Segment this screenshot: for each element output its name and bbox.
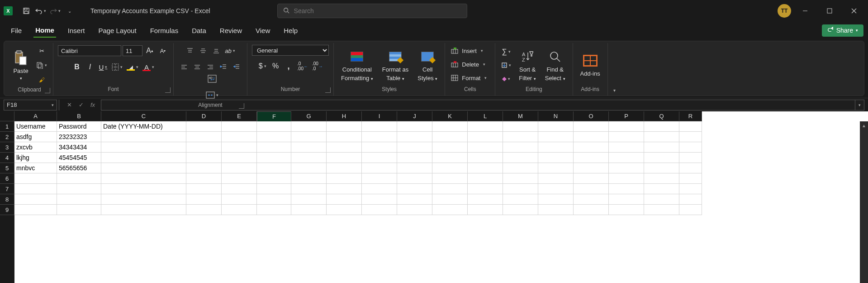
cell-G6[interactable]: [291, 173, 327, 184]
redo-button[interactable]: [49, 5, 62, 17]
cell-J5[interactable]: [397, 163, 432, 173]
cell-J6[interactable]: [397, 173, 432, 184]
cell-E9[interactable]: [222, 205, 257, 215]
cell-B8[interactable]: [57, 194, 101, 205]
cell-I5[interactable]: [362, 163, 397, 173]
minimize-button[interactable]: [795, 4, 816, 18]
fill-color-button[interactable]: ◢: [125, 61, 140, 73]
align-center-button[interactable]: [191, 61, 203, 73]
font-color-button[interactable]: A: [141, 61, 156, 73]
clear-button[interactable]: ◆: [500, 73, 512, 85]
cell-H3[interactable]: [327, 142, 362, 153]
cell-L5[interactable]: [468, 163, 503, 173]
cell-L7[interactable]: [468, 184, 503, 194]
cell-R8[interactable]: [679, 194, 702, 205]
cell-C4[interactable]: [101, 153, 186, 163]
row-header-9[interactable]: 9: [0, 205, 14, 215]
user-avatar[interactable]: TT: [778, 4, 791, 18]
cell-Q1[interactable]: [644, 121, 679, 132]
cell-L1[interactable]: [468, 121, 503, 132]
tab-home[interactable]: Home: [33, 24, 56, 38]
cell-G3[interactable]: [291, 142, 327, 153]
align-middle-button[interactable]: [197, 45, 209, 57]
cut-button[interactable]: ✂: [35, 45, 48, 57]
cell-M2[interactable]: [503, 132, 538, 142]
cell-D6[interactable]: [186, 173, 222, 184]
cell-E4[interactable]: [222, 153, 257, 163]
format-as-table-button[interactable]: Format as Table ▾: [379, 47, 412, 83]
column-header-D[interactable]: D: [186, 111, 222, 121]
cell-F3[interactable]: [257, 142, 291, 153]
cell-B7[interactable]: [57, 184, 101, 194]
bold-button[interactable]: B: [71, 61, 83, 73]
tab-data[interactable]: Data: [190, 24, 208, 37]
cell-F9[interactable]: [257, 205, 291, 215]
column-header-R[interactable]: R: [679, 111, 702, 121]
cell-L9[interactable]: [468, 205, 503, 215]
cell-K9[interactable]: [432, 205, 468, 215]
copy-button[interactable]: [35, 59, 48, 71]
cell-N9[interactable]: [538, 205, 574, 215]
cell-A4[interactable]: lkjhg: [14, 153, 57, 163]
comma-style-button[interactable]: ,: [283, 60, 294, 72]
cell-K7[interactable]: [432, 184, 468, 194]
decrease-decimal-button[interactable]: .00.0→: [311, 60, 324, 72]
search-box[interactable]: [277, 4, 467, 18]
row-header-3[interactable]: 3: [0, 142, 14, 153]
collapse-ribbon-button[interactable]: ▾: [610, 88, 620, 93]
row-header-7[interactable]: 7: [0, 184, 14, 194]
cell-D5[interactable]: [186, 163, 222, 173]
cell-D1[interactable]: [186, 121, 222, 132]
cell-E8[interactable]: [222, 194, 257, 205]
format-cells-button[interactable]: Format: [450, 72, 490, 84]
paste-button[interactable]: Paste ▾: [10, 48, 31, 82]
dialog-launcher-icon[interactable]: [45, 88, 50, 93]
cell-B3[interactable]: 34343434: [57, 142, 101, 153]
cell-L4[interactable]: [468, 153, 503, 163]
cell-N2[interactable]: [538, 132, 574, 142]
cell-A5[interactable]: mnbvc: [14, 163, 57, 173]
share-button[interactable]: Share ▾: [822, 24, 863, 37]
cell-A1[interactable]: Username: [14, 121, 57, 132]
cell-A2[interactable]: asdfg: [14, 132, 57, 142]
italic-button[interactable]: I: [84, 61, 96, 73]
cell-F4[interactable]: [257, 153, 291, 163]
cell-H9[interactable]: [327, 205, 362, 215]
column-header-C[interactable]: C: [101, 111, 186, 121]
cell-D3[interactable]: [186, 142, 222, 153]
increase-indent-button[interactable]: [231, 61, 242, 73]
cell-G1[interactable]: [291, 121, 327, 132]
row-header-4[interactable]: 4: [0, 153, 14, 163]
cell-C2[interactable]: [101, 132, 186, 142]
cell-R9[interactable]: [679, 205, 702, 215]
cell-M5[interactable]: [503, 163, 538, 173]
maximize-button[interactable]: [819, 4, 840, 18]
row-header-8[interactable]: 8: [0, 194, 14, 205]
cell-J7[interactable]: [397, 184, 432, 194]
cell-Q8[interactable]: [644, 194, 679, 205]
cell-R3[interactable]: [679, 142, 702, 153]
cell-E7[interactable]: [222, 184, 257, 194]
insert-cells-button[interactable]: Insert: [450, 45, 490, 57]
cell-J8[interactable]: [397, 194, 432, 205]
tab-view[interactable]: View: [254, 24, 272, 37]
cell-C1[interactable]: Date (YYYY-MM-DD): [101, 121, 186, 132]
cell-G8[interactable]: [291, 194, 327, 205]
cell-I8[interactable]: [362, 194, 397, 205]
cell-R6[interactable]: [679, 173, 702, 184]
cell-D9[interactable]: [186, 205, 222, 215]
column-header-G[interactable]: G: [291, 111, 327, 121]
cell-H5[interactable]: [327, 163, 362, 173]
align-top-button[interactable]: [184, 45, 196, 57]
addins-button[interactable]: Add-ins: [578, 51, 603, 79]
column-header-P[interactable]: P: [609, 111, 644, 121]
cell-C3[interactable]: [101, 142, 186, 153]
cell-I9[interactable]: [362, 205, 397, 215]
cell-D4[interactable]: [186, 153, 222, 163]
scroll-up-button[interactable]: ▲: [860, 121, 868, 130]
cell-N1[interactable]: [538, 121, 574, 132]
cell-M8[interactable]: [503, 194, 538, 205]
close-button[interactable]: [844, 4, 864, 18]
cell-P6[interactable]: [609, 173, 644, 184]
cell-E6[interactable]: [222, 173, 257, 184]
